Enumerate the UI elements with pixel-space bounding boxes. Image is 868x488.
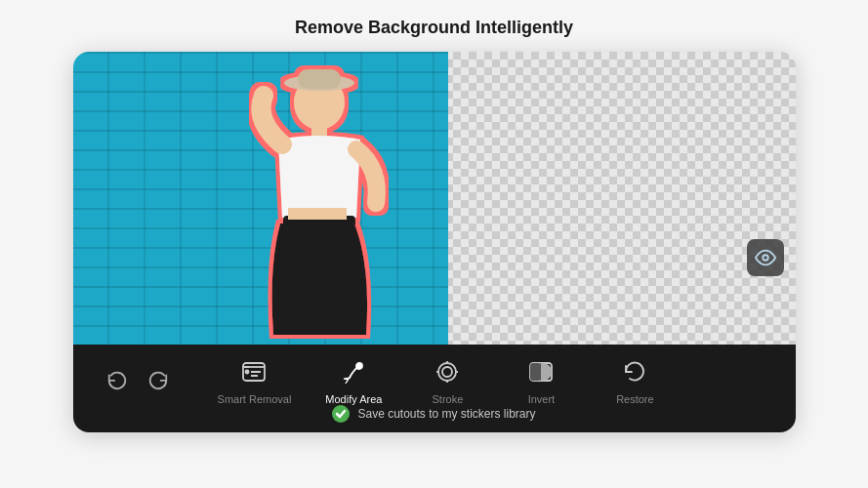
canvas-area bbox=[73, 52, 796, 345]
toolbar: Smart Removal Modify Area bbox=[73, 345, 796, 432]
check-icon bbox=[332, 405, 350, 423]
modify-area-icon bbox=[340, 358, 367, 386]
restore-icon bbox=[621, 358, 648, 386]
restore-label: Restore bbox=[616, 393, 654, 405]
editor-container: Smart Removal Modify Area bbox=[73, 52, 796, 432]
invert-icon-wrapper bbox=[523, 354, 558, 389]
restore-icon-wrapper bbox=[617, 354, 652, 389]
undo-redo-group bbox=[103, 365, 173, 394]
toolbar-actions: Smart Removal Modify Area bbox=[83, 345, 786, 405]
person-figure bbox=[171, 52, 464, 345]
svg-rect-5 bbox=[288, 208, 347, 220]
undo-button[interactable] bbox=[103, 365, 132, 394]
save-cutouts-label: Save cutouts to my stickers library bbox=[357, 407, 535, 421]
checkmark-icon bbox=[335, 408, 347, 420]
page-title: Remove Background Intelligently bbox=[295, 18, 573, 38]
invert-icon bbox=[527, 358, 555, 386]
smart-removal-icon bbox=[240, 358, 268, 386]
smart-removal-label: Smart Removal bbox=[218, 393, 292, 405]
stroke-label: Stroke bbox=[432, 393, 463, 405]
eye-icon bbox=[755, 247, 776, 268]
svg-rect-17 bbox=[530, 363, 541, 381]
tool-restore[interactable]: Restore bbox=[603, 354, 666, 405]
undo-icon bbox=[106, 369, 128, 390]
stroke-icon-wrapper bbox=[430, 354, 465, 389]
redo-button[interactable] bbox=[144, 365, 173, 394]
tool-smart-removal[interactable]: Smart Removal bbox=[218, 354, 292, 405]
invert-label: Invert bbox=[528, 393, 556, 405]
svg-rect-2 bbox=[298, 69, 341, 89]
redo-icon bbox=[147, 369, 169, 390]
tool-modify-area[interactable]: Modify Area bbox=[322, 354, 385, 405]
stroke-icon bbox=[434, 358, 461, 386]
svg-point-10 bbox=[438, 363, 456, 381]
preview-button[interactable] bbox=[747, 239, 784, 276]
svg-point-8 bbox=[246, 371, 249, 374]
smart-removal-icon-wrapper bbox=[236, 354, 271, 389]
tool-stroke[interactable]: Stroke bbox=[416, 354, 478, 405]
tools-row: Smart Removal Modify Area bbox=[173, 354, 712, 405]
modify-area-icon-wrapper bbox=[336, 354, 371, 389]
svg-point-11 bbox=[442, 367, 452, 377]
svg-point-6 bbox=[763, 255, 768, 261]
modify-area-label: Modify Area bbox=[325, 393, 382, 405]
tool-invert[interactable]: Invert bbox=[510, 354, 572, 405]
svg-point-9 bbox=[356, 363, 362, 369]
toolbar-footer: Save cutouts to my stickers library bbox=[332, 405, 535, 430]
